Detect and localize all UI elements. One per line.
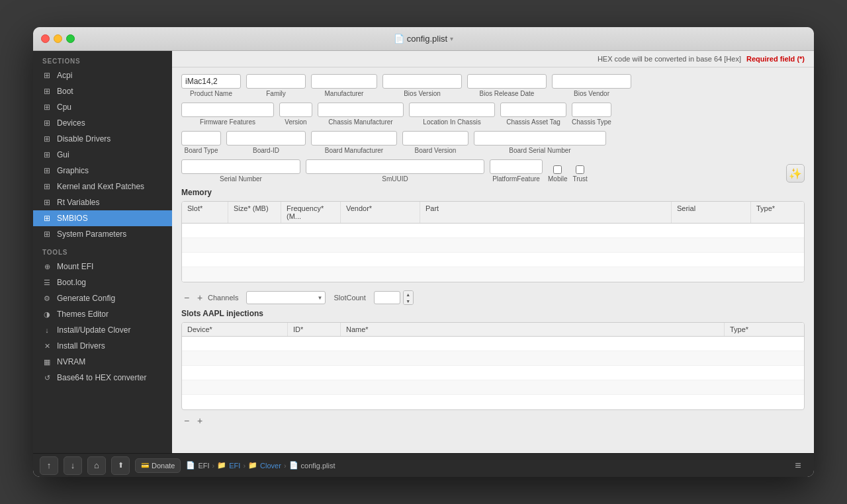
sidebar-item-disable-drivers[interactable]: Disable Drivers: [33, 131, 172, 147]
board-serial-input[interactable]: [474, 131, 606, 146]
sidebar-item-install-drivers[interactable]: ✕ Install Drivers: [33, 338, 172, 354]
product-name-input[interactable]: [181, 74, 241, 89]
chassis-mfr-group: Chassis Manufacturer: [318, 103, 404, 126]
sidebar-item-label: Boot: [57, 87, 73, 96]
window-title: 📄 config.plist ▾: [394, 34, 453, 44]
sidebar-item-themes-editor[interactable]: ◑ Themes Editor: [33, 306, 172, 322]
grid-icon: [42, 150, 52, 159]
sidebar-item-label: Mount EFI: [57, 262, 93, 271]
version-input[interactable]: [279, 103, 312, 117]
grid-icon: [42, 118, 52, 128]
slots-add-button[interactable]: +: [195, 415, 205, 426]
fw-features-input[interactable]: [181, 103, 274, 117]
memory-add-button[interactable]: +: [195, 292, 205, 303]
content-area: SECTIONS Acpi Boot Cpu Devices Disable D…: [33, 51, 814, 453]
manufacturer-input[interactable]: [311, 74, 377, 89]
col-serial-header: Serial: [672, 202, 751, 223]
paypal-icon: 💳: [141, 462, 149, 469]
chassis-type-input[interactable]: [572, 103, 611, 117]
col-device-header: Device*: [182, 323, 288, 336]
sidebar-item-boot-log[interactable]: ☰ Boot.log: [33, 274, 172, 290]
sidebar-item-kernel-kext[interactable]: Kernel and Kext Patches: [33, 179, 172, 194]
channels-label: Channels: [208, 294, 238, 302]
sidebar-item-label: SMBIOS: [57, 214, 88, 223]
sidebar-item-rt-variables[interactable]: Rt Variables: [33, 194, 172, 210]
bios-release-date-label: Bios Release Date: [467, 90, 547, 97]
sidebar-item-label: System Parameters: [57, 230, 126, 239]
breadcrumb-sep-2: ›: [243, 462, 245, 470]
platform-feature-group: PlatformFeature: [490, 159, 543, 183]
magic-button[interactable]: ✨: [786, 164, 805, 183]
board-type-group: Board Type: [181, 131, 221, 154]
slotcount-decrement[interactable]: ▼: [404, 298, 413, 304]
sidebar-item-graphics[interactable]: Graphics: [33, 163, 172, 179]
down-arrow-button[interactable]: ↓: [64, 456, 82, 475]
serial-number-input[interactable]: [181, 159, 300, 174]
sidebar-item-devices[interactable]: Devices: [33, 115, 172, 131]
location-input[interactable]: [409, 103, 495, 117]
bios-version-input[interactable]: [382, 74, 462, 89]
sidebar-item-generate-config[interactable]: ⚙ Generate Config: [33, 290, 172, 306]
family-input[interactable]: [246, 74, 306, 89]
share-button[interactable]: ⬆: [111, 456, 130, 475]
mobile-group: Mobile: [548, 165, 567, 183]
sidebar-item-nvram[interactable]: ▦ NVRAM: [33, 354, 172, 370]
table-row: [182, 224, 804, 238]
sidebar-item-base64[interactable]: ↺ Base64 to HEX converter: [33, 370, 172, 386]
board-id-input[interactable]: [226, 131, 306, 146]
breadcrumb-efi1: EFI: [198, 462, 209, 470]
memory-table-header: Slot* Size* (MB) Frequency* (M... Vendor…: [182, 202, 804, 224]
maximize-button[interactable]: [66, 34, 75, 43]
board-id-label: Board-ID: [226, 147, 306, 154]
slots-remove-button[interactable]: −: [181, 415, 192, 426]
channels-select[interactable]: [246, 291, 326, 304]
trust-checkbox[interactable]: [576, 165, 584, 174]
hamburger-icon: ≡: [795, 460, 801, 472]
mobile-checkbox[interactable]: [553, 165, 562, 174]
minimize-button[interactable]: [54, 34, 62, 43]
sidebar-item-mount-efi[interactable]: ⊕ Mount EFI: [33, 259, 172, 274]
sections-label: SECTIONS: [33, 51, 172, 67]
sidebar-item-gui[interactable]: Gui: [33, 147, 172, 163]
chassis-asset-input[interactable]: [500, 103, 566, 117]
bios-release-date-input[interactable]: [467, 74, 547, 89]
board-type-label: Board Type: [181, 147, 221, 154]
platform-feature-input[interactable]: [490, 159, 543, 174]
donate-button[interactable]: 💳 Donate: [135, 458, 181, 473]
close-button[interactable]: [41, 34, 50, 43]
col-type2-header: Type*: [725, 323, 804, 336]
board-type-input[interactable]: [181, 131, 221, 146]
board-ver-input[interactable]: [402, 131, 468, 146]
home-button[interactable]: ⌂: [87, 456, 106, 475]
sidebar-item-cpu[interactable]: Cpu: [33, 99, 172, 115]
slotcount-increment[interactable]: ▲: [404, 291, 413, 298]
trust-label: Trust: [572, 175, 587, 183]
sidebar-item-install-clover[interactable]: ↓ Install/Update Clover: [33, 322, 172, 338]
sidebar-item-label: NVRAM: [57, 357, 85, 366]
memory-remove-button[interactable]: −: [181, 292, 192, 303]
sidebar-item-smbios[interactable]: SMBIOS: [33, 210, 172, 226]
fields-row-1: Product Name Family Manufacturer Bios Ve…: [181, 74, 805, 97]
grid-icon: [42, 134, 52, 144]
fields-row-4: Serial Number SmUUID PlatformFeature Mob…: [181, 159, 805, 183]
hamburger-button[interactable]: ≡: [789, 456, 807, 475]
sidebar-item-label: Base64 to HEX converter: [57, 373, 146, 382]
up-arrow-button[interactable]: ↑: [40, 456, 58, 475]
chassis-mfr-input[interactable]: [318, 103, 404, 117]
smuuid-label: SmUUID: [306, 175, 484, 183]
slotcount-input[interactable]: [374, 291, 400, 304]
board-ver-group: Board Version: [402, 131, 468, 154]
serial-number-group: Serial Number: [181, 159, 300, 183]
sidebar-item-system-params[interactable]: System Parameters: [33, 226, 172, 242]
sidebar-item-acpi[interactable]: Acpi: [33, 67, 172, 83]
smuuid-input[interactable]: [306, 159, 484, 174]
table-row: [182, 395, 804, 409]
col-id-header: ID*: [288, 323, 341, 336]
bios-vendor-input[interactable]: [552, 74, 631, 89]
sidebar-item-label: Devices: [57, 118, 85, 128]
grid-icon: [42, 103, 52, 112]
down-arrow-icon: ↓: [71, 460, 75, 470]
board-mfr-input[interactable]: [311, 131, 397, 146]
manufacturer-label: Manufacturer: [311, 90, 377, 97]
sidebar-item-boot[interactable]: Boot: [33, 83, 172, 99]
